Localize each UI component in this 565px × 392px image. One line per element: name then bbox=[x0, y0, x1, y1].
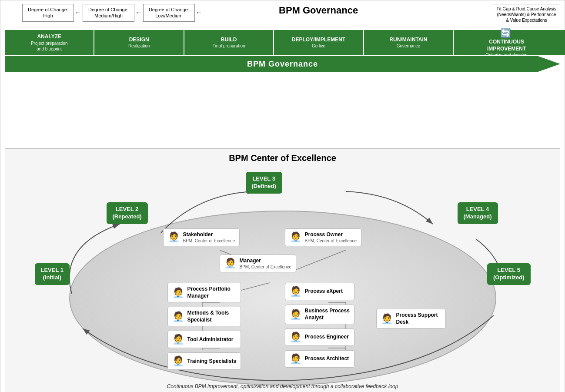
bpa-icon: 🧑‍💼 bbox=[290, 309, 301, 320]
level-4-label: LEVEL 4 (Managed) bbox=[458, 202, 498, 224]
recycle-icon: 🔄 bbox=[500, 27, 511, 39]
ellipse-svg bbox=[33, 168, 533, 392]
process-owner-card: 🧑‍💼 Process Owner BPM, Center of Excelle… bbox=[285, 228, 362, 246]
degree-box-low-medium: Degree of Change: Low/Medium bbox=[143, 4, 195, 22]
main-content: BPM Center of Excellence bbox=[5, 148, 560, 392]
role-card-proc-eng: 🧑‍💼 Process Engineer bbox=[285, 328, 354, 346]
ppm-icon: 🧑‍💼 bbox=[172, 287, 184, 298]
ts-name: Training Specialists bbox=[187, 358, 237, 365]
level-4-badge: LEVEL 4 (Managed) bbox=[458, 202, 498, 224]
stakeholder-icon: 🧑‍💼 bbox=[168, 231, 180, 243]
degree-arrow-3: ← bbox=[195, 9, 204, 17]
phase-analyze: ANALYZE Project preparation and blueprin… bbox=[5, 30, 94, 55]
degree-arrow-1: ← bbox=[74, 9, 83, 17]
mts-name: Methods & Tools Specialist bbox=[187, 310, 229, 323]
role-card-pe: 🧑‍💼 Process eXpert bbox=[285, 283, 354, 300]
curve-text: Continuous BPM improvement, optimization… bbox=[167, 383, 398, 389]
phase-design-sub: Realization bbox=[128, 43, 150, 49]
degree-container: Degree of Change: High ← Degree of Chang… bbox=[22, 4, 204, 22]
phase-deploy: DEPLOY/IMPLEMENT Go live bbox=[274, 30, 364, 55]
phase-build-title: BUILD bbox=[221, 37, 237, 44]
top-section: BPM Governance Fit Gap & Root Cause Anal… bbox=[0, 0, 565, 74]
degree-box-medium-high: Degree of Change: Medium/High bbox=[83, 4, 134, 22]
phase-arrow-tip bbox=[558, 30, 565, 55]
ellipse-container: LEVEL 1 (Initial) LEVEL 2 (Repeated) LEV… bbox=[33, 168, 533, 392]
level-2-badge: LEVEL 2 (Repeated) bbox=[107, 202, 148, 224]
governance-bar-label: BPM Governance bbox=[247, 60, 318, 69]
phase-run-title: RUN/MAINTAIN bbox=[389, 37, 427, 44]
manager-icon: 🧑‍💼 bbox=[224, 258, 236, 269]
fit-gap-box: Fit Gap & Root Cause Analysis (Needs/Wan… bbox=[493, 4, 560, 25]
level-3-badge: LEVEL 3 (Defined) bbox=[246, 172, 282, 194]
level-2-label: LEVEL 2 (Repeated) bbox=[107, 202, 148, 224]
phase-run-sub: Governance bbox=[397, 43, 420, 49]
ts-icon: 🧑‍💼 bbox=[172, 355, 184, 367]
level-5-label: LEVEL 5 (Optimized) bbox=[487, 263, 531, 285]
stakeholder-sub: BPM, Center of Excellence bbox=[183, 238, 235, 243]
degree-box-high: Degree of Change: High bbox=[22, 4, 74, 22]
phase-analyze-title: ANALYZE bbox=[37, 34, 61, 40]
left-roles-col: 🧑‍💼 Process Portfolio Manager 🧑‍💼 Method… bbox=[167, 283, 241, 370]
support-desk-icon: 🧑‍💼 bbox=[381, 313, 393, 325]
phase-design-title: DESIGN bbox=[129, 37, 149, 44]
manager-name: Manager bbox=[240, 258, 292, 265]
bpm-coe-title: BPM Center of Excellence bbox=[10, 153, 555, 163]
role-card-ta: 🧑‍💼 Tool Administrator bbox=[167, 331, 241, 348]
pe-name: Process eXpert bbox=[305, 288, 343, 295]
manager-card: 🧑‍💼 Manager BPM, Center of Excellence bbox=[220, 255, 297, 272]
stakeholder-name: Stakeholder bbox=[183, 231, 235, 238]
process-owner-icon: 🧑‍💼 bbox=[290, 231, 301, 243]
role-card-mts: 🧑‍💼 Methods & Tools Specialist bbox=[167, 307, 241, 326]
phase-bar: ANALYZE Project preparation and blueprin… bbox=[5, 30, 560, 55]
mts-icon: 🧑‍💼 bbox=[172, 311, 184, 322]
proc-eng-name: Process Engineer bbox=[305, 334, 349, 341]
phase-build: BUILD Final preparation bbox=[184, 30, 274, 55]
process-owner-name: Process Owner bbox=[305, 231, 357, 238]
ta-name: Tool Administrator bbox=[187, 336, 234, 343]
bpa-name: Business Process Analyst bbox=[305, 308, 350, 321]
right-roles-col: 🧑‍💼 Process eXpert 🧑‍💼 Business Process … bbox=[285, 283, 354, 368]
phase-ci: 🔄 CONTINUOUS IMPROVEMENT Optimize and de… bbox=[454, 30, 560, 55]
support-desk-name: Process Support Desk bbox=[396, 312, 438, 325]
phase-build-sub: Final preparation bbox=[213, 43, 245, 49]
process-owner-sub: BPM, Center of Excellence bbox=[305, 238, 357, 243]
phase-deploy-title: DEPLOY/IMPLEMENT bbox=[292, 37, 345, 44]
proc-eng-icon: 🧑‍💼 bbox=[290, 332, 301, 343]
level-1-badge: LEVEL 1 (Initial) bbox=[35, 263, 70, 285]
level-5-badge: LEVEL 5 (Optimized) bbox=[487, 263, 531, 285]
pa-name: Process Architect bbox=[305, 355, 349, 362]
role-card-pa: 🧑‍💼 Process Architect bbox=[285, 350, 354, 368]
support-desk-card: 🧑‍💼 Process Support Desk bbox=[376, 309, 446, 328]
role-card-ppm: 🧑‍💼 Process Portfolio Manager bbox=[167, 283, 241, 302]
phase-ci-title: CONTINUOUS IMPROVEMENT bbox=[487, 39, 526, 52]
manager-sub: BPM, Center of Excellence bbox=[240, 265, 292, 269]
role-card-bpa: 🧑‍💼 Business Process Analyst bbox=[285, 305, 354, 324]
phase-run: RUN/MAINTAIN Governance bbox=[364, 30, 454, 55]
pa-icon: 🧑‍💼 bbox=[290, 353, 301, 365]
degree-arrow-2: ← bbox=[134, 9, 143, 17]
pe-icon: 🧑‍💼 bbox=[290, 286, 301, 297]
role-card-ts: 🧑‍💼 Training Specialists bbox=[167, 352, 241, 370]
level-1-label: LEVEL 1 (Initial) bbox=[35, 263, 70, 285]
phase-analyze-sub: Project preparation and blueprint bbox=[31, 40, 68, 52]
bpm-governance-title: BPM Governance bbox=[279, 5, 358, 16]
stakeholder-card: 🧑‍💼 Stakeholder BPM, Center of Excellenc… bbox=[163, 228, 240, 246]
ta-icon: 🧑‍💼 bbox=[172, 334, 184, 345]
level-3-label: LEVEL 3 (Defined) bbox=[246, 172, 282, 194]
phase-deploy-sub: Go live bbox=[312, 43, 325, 49]
ppm-name: Process Portfolio Manager bbox=[187, 286, 231, 299]
governance-arrow-bar: BPM Governance bbox=[5, 56, 560, 72]
phase-design: DESIGN Realization bbox=[94, 30, 184, 55]
svg-point-0 bbox=[70, 211, 496, 385]
phase-bar-inner: ANALYZE Project preparation and blueprin… bbox=[5, 30, 560, 55]
page-wrapper: BPM Governance Fit Gap & Root Cause Anal… bbox=[0, 0, 565, 392]
